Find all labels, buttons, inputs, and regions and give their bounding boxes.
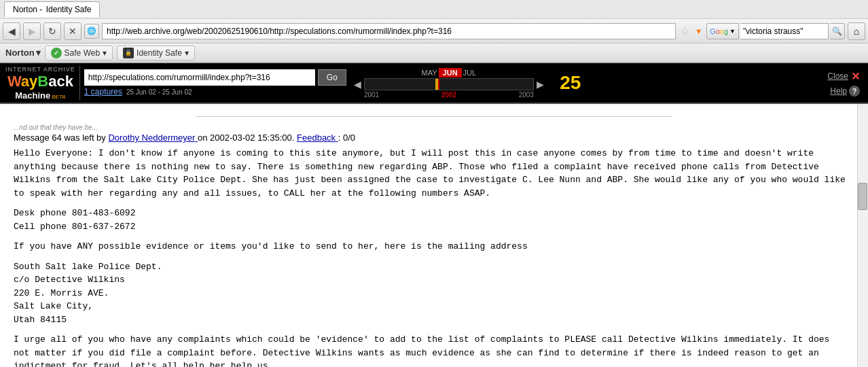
body-line: If you have ANY possible evidence or ite… xyxy=(14,240,854,254)
forward-button[interactable]: ▶ xyxy=(23,22,41,40)
page-info-icon[interactable]: 🌐 xyxy=(84,24,99,39)
date-display: 25 xyxy=(550,73,591,92)
year-prev: 2001 xyxy=(364,91,379,99)
body-line: anything because there is nothing new to… xyxy=(14,160,854,174)
body-line: indictment for fraud. Let's all help her… xyxy=(14,360,854,367)
body-line xyxy=(14,254,854,260)
wayback-banner: INTERNET ARCHIVE WayBack Machine BETA Go xyxy=(0,63,868,104)
page-content: ...nd out that they have be... Message 6… xyxy=(0,104,868,367)
wayback-url-input[interactable] xyxy=(84,69,315,86)
search-go-button[interactable]: 🔍 xyxy=(830,23,845,39)
scrollbar-thumb[interactable] xyxy=(858,183,867,210)
home-icon: ⌂ xyxy=(854,26,859,37)
browser-tab[interactable]: Norton - Identity Safe xyxy=(4,1,100,17)
help-label[interactable]: Help xyxy=(830,86,847,96)
wayback-y: y xyxy=(29,73,37,90)
back-button[interactable]: ◀ xyxy=(3,22,20,40)
wayback-ack: ack xyxy=(48,73,73,90)
body-line: Wilkins from the Salt Lake City Police D… xyxy=(14,173,854,187)
body-line: South Salt lake Police Dept. xyxy=(14,260,854,274)
body-line: Salt Lake City, xyxy=(14,300,854,313)
active-month: JUN xyxy=(439,68,462,77)
timeline-next-arrow[interactable]: ▶ xyxy=(537,79,544,90)
year-active: 2002 xyxy=(441,91,456,99)
lock-icon: 🌐 xyxy=(87,27,96,35)
body-line: Utah 84115 xyxy=(14,313,854,327)
safe-web-button[interactable]: ✓ Safe Web ▾ xyxy=(45,46,113,60)
search-input[interactable] xyxy=(740,23,829,39)
body-line xyxy=(14,233,854,240)
captures-link[interactable]: 1 captures xyxy=(84,87,122,97)
identity-safe-button[interactable]: 🔒 Identity Safe ▾ xyxy=(117,46,195,60)
prev-month: MAY xyxy=(422,69,437,77)
day-number: 25 xyxy=(560,73,581,92)
close-button[interactable]: ✕ xyxy=(851,70,860,83)
search-engine-button[interactable]: Goog ▼ xyxy=(706,23,739,39)
timeline-prev-arrow[interactable]: ◀ xyxy=(354,79,361,90)
close-label[interactable]: Close xyxy=(827,71,848,81)
wayback-logo: INTERNET ARCHIVE WayBack Machine BETA xyxy=(5,66,75,101)
scrollbar[interactable] xyxy=(857,104,868,367)
google-icon: Goog xyxy=(710,27,728,35)
body-line: Hello Everyone: I don't know if anyone i… xyxy=(14,147,854,160)
machine-text: Machine xyxy=(15,90,50,101)
safe-web-label: Safe Web xyxy=(65,48,100,58)
feedback-value: : xyxy=(338,133,343,143)
body-line xyxy=(14,200,854,207)
search-icon: 🔍 xyxy=(832,27,842,36)
year-next: 2003 xyxy=(519,91,534,99)
body-line: to speak with her regarding any and all … xyxy=(14,187,854,200)
body-line: 220 E. Morris AVE. xyxy=(14,287,854,300)
home-button[interactable]: ⌂ xyxy=(848,22,865,40)
safe-web-icon: ✓ xyxy=(51,48,62,58)
body-line: Cell phone 801-637-2672 xyxy=(14,220,854,234)
beta-badge: BETA xyxy=(52,94,65,100)
timeline-highlight xyxy=(435,79,438,90)
prev-text: ...nd out that they have be... xyxy=(14,122,854,133)
bookmark-star-icon[interactable]: ☆ xyxy=(679,24,691,37)
identity-safe-label: Identity Safe xyxy=(137,48,182,58)
next-month: JUL xyxy=(463,69,477,77)
norton-logo[interactable]: Norton ▾ xyxy=(5,48,41,58)
top-divider xyxy=(196,116,672,117)
address-bar[interactable] xyxy=(102,23,676,39)
help-icon[interactable]: ? xyxy=(849,86,860,97)
safe-web-dropdown: ▾ xyxy=(103,48,107,58)
feedback-link[interactable]: Feedback xyxy=(297,133,338,143)
message-header: Message 64 was left by Dorothy Neddermey… xyxy=(14,133,854,143)
body-line: I urge all of you who have any complaint… xyxy=(14,333,854,347)
refresh-button[interactable]: ↻ xyxy=(43,22,61,40)
search-dropdown-arrow: ▼ xyxy=(729,28,736,35)
stop-button[interactable]: ✕ xyxy=(64,22,82,40)
body-line: Desk phone 801-483-6092 xyxy=(14,207,854,220)
identity-safe-dropdown: ▾ xyxy=(185,48,189,58)
body-line xyxy=(14,326,854,333)
wayback-w: W xyxy=(7,73,21,90)
captures-date: 25 Jun 02 - 25 Jun 02 xyxy=(126,88,192,96)
wayback-a: a xyxy=(21,73,29,90)
rss-icon: ▼ xyxy=(693,27,704,35)
body-line: c/o Detective Wilkins xyxy=(14,273,854,287)
tab-norton-identity: Identity Safe xyxy=(46,5,92,14)
wayback-go-button[interactable]: Go xyxy=(318,69,346,86)
wayback-b: B xyxy=(37,73,48,90)
identity-safe-icon: 🔒 xyxy=(123,48,134,58)
message-body: Hello Everyone: I don't know if anyone i… xyxy=(14,147,854,367)
author-link[interactable]: Dorothy Neddermeyer xyxy=(108,133,198,143)
tab-label: Norton - xyxy=(13,5,42,14)
norton-dropdown-arrow: ▾ xyxy=(36,48,41,58)
norton-text: Norton xyxy=(5,48,35,58)
internet-archive-text: INTERNET ARCHIVE xyxy=(5,66,75,73)
body-line: not matter if you did file a complaint b… xyxy=(14,347,854,360)
